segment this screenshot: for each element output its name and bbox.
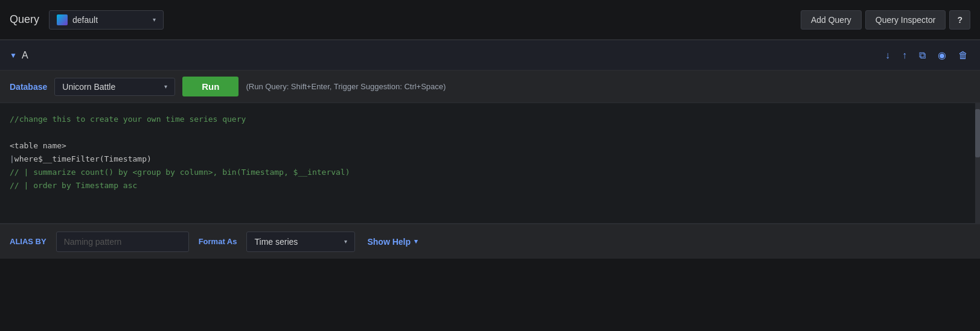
code-line-4: | where $__timeFilter(Timestamp) [10, 153, 970, 166]
run-hint: (Run Query: Shift+Enter, Trigger Suggest… [246, 82, 446, 91]
section-a-label: A [22, 50, 28, 61]
datasource-icon [57, 14, 68, 25]
section-a: ▼ A ↓ ↑ ⧉ ◉ 🗑 Database Unicorn Battle ▾ … [0, 40, 980, 259]
database-label: Database [10, 82, 47, 92]
format-as-label: Format As [189, 237, 247, 246]
scrollbar-thumb [975, 109, 980, 157]
code-editor[interactable]: //change this to create your own time se… [0, 103, 980, 224]
query-toolbar: Database Unicorn Battle ▾ Run (Run Query… [0, 71, 980, 103]
datasource-name: default [72, 15, 148, 25]
run-button[interactable]: Run [182, 77, 239, 96]
show-help-button[interactable]: Show Help ▾ [355, 237, 430, 247]
naming-pattern-input[interactable] [56, 232, 189, 252]
database-name: Unicorn Battle [62, 82, 159, 92]
datasource-select[interactable]: default ▾ [49, 10, 164, 30]
code-line-5: // | summarize count() by <group by colu… [10, 166, 970, 179]
move-up-icon[interactable]: ↑ [900, 48, 909, 63]
datasource-arrow-icon: ▾ [153, 16, 156, 23]
query-panel: Database Unicorn Battle ▾ Run (Run Query… [0, 71, 980, 259]
query-label: Query [10, 13, 39, 26]
code-line-3: <table name> [10, 139, 970, 153]
section-actions: ↓ ↑ ⧉ ◉ 🗑 [883, 47, 970, 63]
copy-icon[interactable]: ⧉ [917, 48, 928, 63]
database-select-arrow-icon: ▾ [164, 83, 167, 90]
top-bar: Query default ▾ Add Query Query Inspecto… [0, 0, 980, 40]
code-func-4: $__timeFilter(Timestamp) [38, 153, 152, 166]
show-help-label: Show Help [367, 237, 411, 247]
chevron-down-icon: ▼ [10, 51, 17, 60]
code-line-2 [10, 126, 970, 139]
format-select-value: Time series [254, 237, 339, 247]
section-header: ▼ A ↓ ↑ ⧉ ◉ 🗑 [0, 40, 980, 71]
code-line-6: // | order by Timestamp asc [10, 179, 970, 192]
code-tag-3: <table name> [10, 139, 66, 153]
code-keyword-4: where [14, 153, 38, 166]
alias-by-label: ALIAS BY [0, 237, 56, 246]
delete-icon[interactable]: 🗑 [956, 48, 970, 63]
add-query-button[interactable]: Add Query [801, 10, 862, 30]
show-help-arrow-icon: ▾ [414, 238, 418, 245]
query-inspector-button[interactable]: Query Inspector [865, 10, 946, 30]
view-icon[interactable]: ◉ [935, 47, 949, 63]
code-comment-5: // | summarize count() by <group by colu… [10, 166, 350, 179]
move-down-icon[interactable]: ↓ [883, 48, 892, 63]
code-pipe-4: | [10, 153, 14, 166]
top-bar-right: Add Query Query Inspector ? [801, 10, 970, 30]
section-toggle[interactable]: ▼ A [10, 50, 28, 61]
code-comment-1: //change this to create your own time se… [10, 113, 246, 126]
code-blank-2 [10, 126, 14, 139]
format-as-select[interactable]: Time series ▾ [246, 232, 355, 252]
database-select[interactable]: Unicorn Battle ▾ [54, 78, 175, 96]
format-select-arrow-icon: ▾ [344, 238, 347, 245]
help-button[interactable]: ? [949, 10, 970, 30]
code-line-1: //change this to create your own time se… [10, 113, 970, 126]
bottom-bar: ALIAS BY Format As Time series ▾ Show He… [0, 224, 980, 259]
scrollbar[interactable] [975, 103, 980, 223]
code-comment-6: // | order by Timestamp asc [10, 179, 137, 192]
